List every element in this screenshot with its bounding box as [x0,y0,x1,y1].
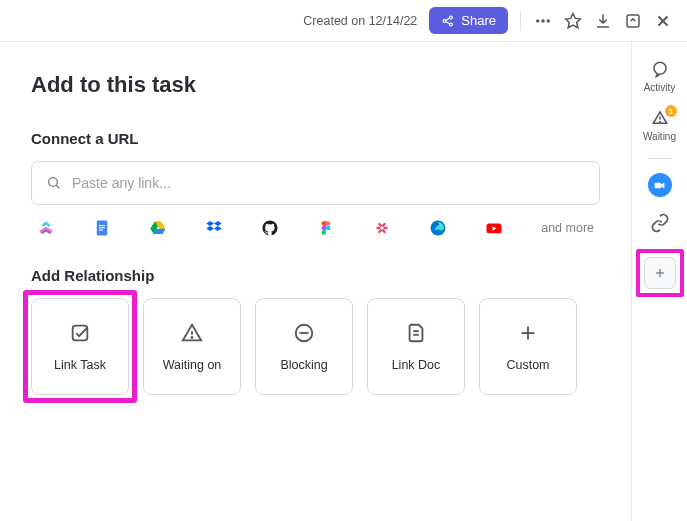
plus-icon [652,265,668,281]
add-button-highlight [636,249,684,297]
warning-icon [181,322,203,344]
connect-url-title: Connect a URL [31,130,600,147]
integrations-more-label[interactable]: and more [541,221,594,235]
link-doc-card[interactable]: Link Doc [367,298,465,395]
add-button[interactable] [644,257,676,289]
blocking-label: Blocking [280,358,327,372]
video-icon [653,179,666,192]
waiting-on-label: Waiting on [163,358,222,372]
zoom-button[interactable] [648,173,672,197]
share-button[interactable]: Share [429,7,508,34]
expand-icon[interactable] [623,11,643,31]
svg-point-24 [191,337,192,338]
waiting-label: Waiting [643,131,676,142]
close-icon[interactable] [653,11,673,31]
svg-rect-17 [99,230,103,231]
svg-point-5 [536,19,539,22]
svg-point-12 [49,178,58,187]
svg-point-7 [547,19,550,22]
figma-icon[interactable] [317,219,335,237]
edge-icon[interactable] [429,219,447,237]
link-button[interactable] [650,213,670,233]
link-task-highlight: Link Task [23,290,137,403]
custom-label: Custom [506,358,549,372]
plus-icon [517,322,539,344]
created-on-text: Created on 12/14/22 [303,14,417,28]
topbar-divider [520,11,521,31]
clickup-icon[interactable] [37,219,55,237]
waiting-badge: 1 [665,105,677,117]
svg-rect-16 [99,227,105,228]
doc-icon [405,322,427,344]
check-square-icon [69,322,91,344]
google-docs-icon[interactable] [93,219,111,237]
dropbox-icon[interactable] [205,219,223,237]
svg-point-19 [380,226,383,229]
link-task-label: Link Task [54,358,106,372]
activity-tab[interactable]: Activity [632,60,687,93]
custom-card[interactable]: Custom [479,298,577,395]
svg-point-18 [326,226,331,231]
search-icon [46,175,62,191]
chat-icon [651,60,669,78]
loom-icon[interactable] [373,219,391,237]
waiting-tab[interactable]: 1 Waiting [632,109,687,142]
waiting-on-card[interactable]: Waiting on [143,298,241,395]
url-input[interactable] [72,175,585,191]
svg-rect-15 [99,225,105,226]
blocking-card[interactable]: Blocking [255,298,353,395]
svg-line-13 [56,185,59,188]
star-icon[interactable] [563,11,583,31]
svg-point-6 [542,19,545,22]
link-doc-label: Link Doc [392,358,441,372]
page-title: Add to this task [31,72,600,98]
add-relationship-title: Add Relationship [31,267,600,284]
svg-marker-8 [566,13,581,27]
link-icon [650,213,670,233]
download-icon[interactable] [593,11,613,31]
more-menu-icon[interactable] [533,11,553,31]
svg-point-31 [654,62,666,74]
svg-line-4 [446,21,450,23]
youtube-icon[interactable] [485,219,503,237]
svg-line-3 [446,18,450,20]
svg-rect-9 [627,15,639,27]
google-drive-icon[interactable] [149,219,167,237]
svg-rect-34 [655,182,662,187]
url-input-container[interactable] [31,161,600,205]
link-task-card[interactable]: Link Task [31,298,129,395]
svg-rect-22 [73,325,88,340]
blocking-icon [293,322,315,344]
activity-label: Activity [644,82,676,93]
rightbar-divider [648,158,672,159]
share-icon [441,14,455,28]
github-icon[interactable] [261,219,279,237]
svg-point-33 [659,121,660,122]
